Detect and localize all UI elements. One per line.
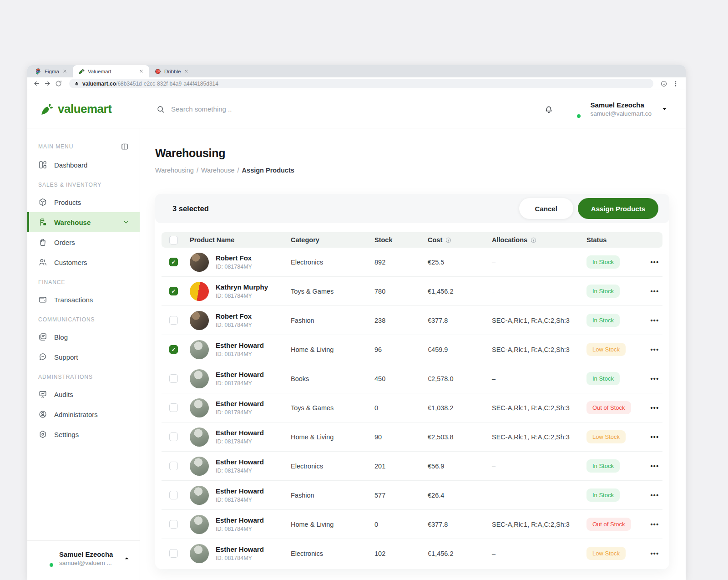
row-menu-button[interactable]: •••	[647, 288, 662, 295]
browser-tab-strip: Figma Valuemart Dribble	[27, 65, 686, 77]
table-row[interactable]: Robert Fox ID: 081784MY Fashion 238 €377…	[162, 306, 662, 335]
sidebar-item-transactions[interactable]: Transactions	[27, 290, 140, 310]
sidebar-item-administrators[interactable]: Administrators	[27, 404, 140, 424]
product-cost: €1,456.2	[428, 550, 492, 557]
breadcrumb-item[interactable]: Warehouse	[201, 167, 235, 174]
row-menu-button[interactable]: •••	[647, 433, 662, 441]
row-menu-button[interactable]: •••	[647, 317, 662, 324]
breadcrumb-separator: /	[238, 167, 239, 174]
product-allocations: –	[492, 463, 586, 470]
row-checkbox[interactable]	[169, 403, 178, 412]
breadcrumb: Warehousing/Warehouse/Assign Products	[155, 167, 686, 174]
sidebar-item-support[interactable]: Support	[27, 347, 140, 367]
info-icon[interactable]	[530, 237, 537, 244]
product-name: Kathryn Murphy	[216, 283, 268, 291]
profile-face-icon[interactable]	[660, 80, 667, 87]
row-checkbox[interactable]	[169, 432, 178, 441]
product-category: Fashion	[291, 317, 374, 324]
row-checkbox[interactable]	[169, 345, 178, 354]
row-menu-button[interactable]: •••	[647, 259, 662, 266]
forward-icon[interactable]	[44, 80, 51, 87]
reload-icon[interactable]	[55, 80, 62, 87]
table-row[interactable]: Kathryn Murphy ID: 081784MY Toys & Games…	[162, 277, 662, 306]
collapse-sidebar-icon[interactable]	[121, 142, 129, 151]
column-header-stock: Stock	[374, 236, 428, 244]
product-avatar	[190, 457, 209, 476]
table-row[interactable]: Esther Howard ID: 081784MY Electronics 1…	[162, 539, 662, 568]
table-row[interactable]: Esther Howard ID: 081784MY Electronics 2…	[162, 452, 662, 481]
row-checkbox[interactable]	[169, 316, 178, 325]
browser-tab[interactable]: Valuemart	[73, 65, 149, 77]
sidebar-item-audits[interactable]: Audits	[27, 384, 140, 404]
sidebar-section-label: ADMINSTRATIONS	[27, 367, 140, 384]
app-root: valuemart Samuel Ezeocha samuel@valuemar…	[27, 90, 686, 580]
browser-tab[interactable]: Dribble	[149, 65, 194, 77]
sidebar-item-customers[interactable]: Customers	[27, 252, 140, 272]
online-status-dot	[576, 113, 581, 119]
row-menu-button[interactable]: •••	[647, 375, 662, 382]
product-cost: €2,578.0	[428, 375, 492, 382]
sidebar-item-dashboard[interactable]: Dashboard	[27, 155, 140, 175]
tab-close-icon[interactable]	[184, 69, 189, 74]
breadcrumb-item[interactable]: Warehousing	[155, 167, 194, 174]
brand-logo[interactable]: valuemart	[27, 102, 156, 116]
row-menu-button[interactable]: •••	[647, 492, 662, 499]
user-avatar[interactable]	[563, 100, 581, 118]
global-search[interactable]	[156, 105, 544, 114]
assign-products-button[interactable]: Assign Products	[578, 198, 658, 219]
product-name: Esther Howard	[216, 458, 264, 466]
tab-close-icon[interactable]	[139, 69, 144, 74]
table-row[interactable]: Esther Howard ID: 081784MY Home & Living…	[162, 335, 662, 364]
status-badge: In Stock	[586, 372, 620, 385]
row-menu-button[interactable]: •••	[647, 346, 662, 353]
product-stock: 0	[374, 404, 428, 412]
table-row[interactable]: Robert Fox ID: 081784MY Electronics 892 …	[162, 248, 662, 277]
product-stock: 201	[374, 463, 428, 470]
row-checkbox[interactable]	[169, 491, 178, 499]
product-cost: €459.9	[428, 346, 492, 353]
table-row[interactable]: Esther Howard ID: 081784MY Home & Living…	[162, 422, 662, 452]
cancel-button[interactable]: Cancel	[519, 198, 573, 219]
row-checkbox[interactable]	[169, 520, 178, 529]
tab-favicon	[35, 68, 41, 75]
table-row[interactable]: Esther Howard ID: 081784MY Home & Living…	[162, 510, 662, 539]
product-id: ID: 081784MY	[216, 497, 264, 503]
carrot-logo-icon	[40, 102, 54, 116]
row-menu-button[interactable]: •••	[647, 463, 662, 470]
product-allocations: –	[492, 375, 586, 382]
search-input[interactable]	[171, 105, 367, 113]
table-row[interactable]: Esther Howard ID: 081784MY Fashion 577 €…	[162, 481, 662, 510]
product-category: Books	[291, 375, 374, 382]
row-checkbox[interactable]	[169, 462, 178, 470]
sidebar-item-products[interactable]: Products	[27, 192, 140, 212]
sidebar-profile[interactable]: Samuel Ezeocha samuel@valuem ...	[27, 540, 140, 580]
row-checkbox[interactable]	[169, 287, 178, 295]
tab-favicon	[78, 68, 85, 75]
sidebar-item-blog[interactable]: Blog	[27, 327, 140, 347]
select-all-checkbox[interactable]	[169, 236, 178, 244]
tab-close-icon[interactable]	[62, 69, 67, 74]
browser-tab[interactable]: Figma	[30, 65, 73, 77]
notification-bell-icon[interactable]	[544, 104, 554, 114]
product-stock: 577	[374, 492, 428, 499]
sidebar-item-warehouse[interactable]: Warehouse	[27, 212, 140, 232]
product-allocations: –	[492, 550, 586, 557]
row-menu-button[interactable]: •••	[647, 404, 662, 412]
back-icon[interactable]	[33, 80, 40, 87]
row-checkbox[interactable]	[169, 374, 178, 383]
row-menu-button[interactable]: •••	[647, 521, 662, 528]
info-icon[interactable]	[445, 237, 452, 244]
main-content: Warehousing Warehousing/Warehouse/Assign…	[140, 128, 686, 580]
table-row[interactable]: Esther Howard ID: 081784MY Books 450 €2,…	[162, 364, 662, 393]
sidebar-item-settings[interactable]: Settings	[27, 424, 140, 444]
product-id: ID: 081784MY	[216, 322, 252, 328]
chevron-up-icon[interactable]	[123, 555, 131, 562]
row-checkbox[interactable]	[169, 258, 178, 266]
chevron-down-icon[interactable]	[661, 105, 668, 113]
table-row[interactable]: Esther Howard ID: 081784MY Toys & Games …	[162, 393, 662, 422]
sidebar-item-orders[interactable]: Orders	[27, 232, 140, 252]
address-bar[interactable]: valuemart.co/68b3451d-e2cc-832f-b4a9-a44…	[69, 79, 653, 88]
row-menu-button[interactable]: •••	[647, 550, 662, 557]
browser-menu-icon[interactable]	[672, 80, 679, 87]
row-checkbox[interactable]	[169, 549, 178, 558]
